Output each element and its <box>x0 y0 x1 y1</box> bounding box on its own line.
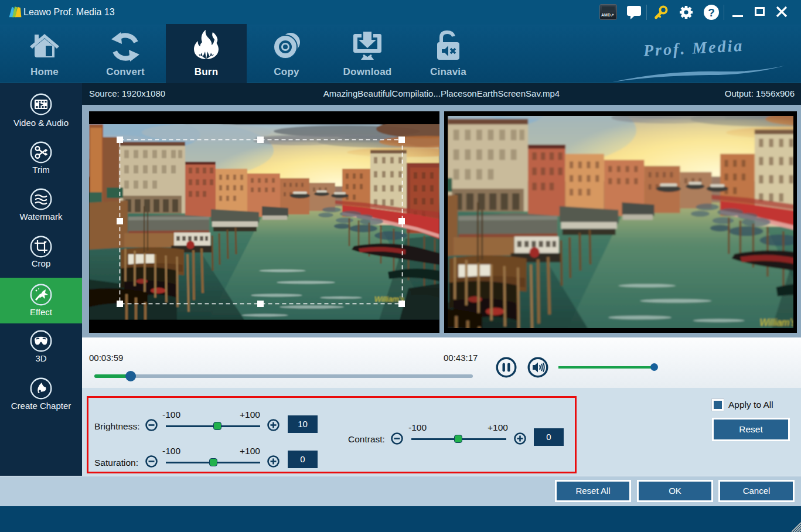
svg-text:?: ? <box>708 6 715 19</box>
